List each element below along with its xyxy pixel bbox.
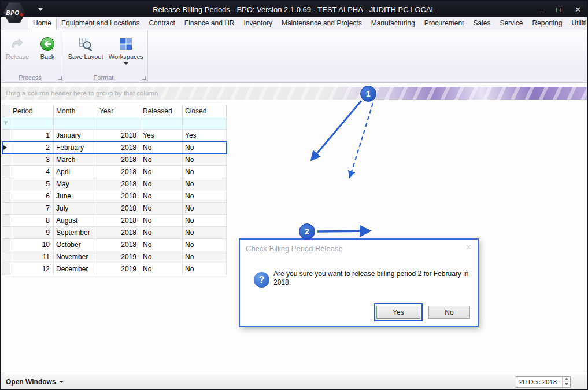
cell-period[interactable]: 3 bbox=[10, 154, 54, 166]
cell-released[interactable]: No bbox=[140, 239, 183, 251]
cell-closed[interactable]: No bbox=[183, 263, 227, 275]
cell-month[interactable]: November bbox=[54, 251, 97, 263]
tab-sales[interactable]: Sales bbox=[468, 17, 495, 30]
tab-home[interactable]: Home bbox=[28, 17, 57, 30]
cell-period[interactable]: 1 bbox=[10, 130, 54, 142]
cell-released[interactable]: No bbox=[140, 251, 183, 263]
cell-month[interactable]: January bbox=[54, 130, 97, 142]
grid-row-june[interactable]: 6June2018NoNo bbox=[2, 190, 227, 203]
cell-month[interactable]: July bbox=[54, 203, 97, 215]
tab-manufacturing[interactable]: Manufacturing bbox=[367, 17, 420, 30]
tab-utilities[interactable]: Utilities bbox=[567, 17, 588, 30]
grid-row-july[interactable]: 7July2018NoNo bbox=[2, 203, 227, 215]
cell-period[interactable]: 8 bbox=[10, 215, 54, 227]
cell-period[interactable]: 4 bbox=[10, 166, 54, 178]
close-icon[interactable]: ✕ bbox=[575, 5, 581, 14]
cell-year[interactable]: 2019 bbox=[97, 263, 140, 275]
cell-released[interactable]: No bbox=[140, 203, 183, 215]
group-dialog-launcher-icon[interactable] bbox=[142, 76, 146, 80]
cell-period[interactable]: 7 bbox=[10, 203, 54, 215]
yes-button[interactable]: Yes bbox=[376, 306, 420, 319]
cell-month[interactable]: September bbox=[54, 227, 97, 239]
spin-down-icon[interactable] bbox=[563, 381, 570, 387]
cell-released[interactable]: No bbox=[140, 178, 183, 190]
cell-month[interactable]: June bbox=[54, 190, 97, 203]
cell-released[interactable]: No bbox=[140, 166, 183, 178]
back-button[interactable]: Back bbox=[35, 34, 60, 60]
cell-year[interactable]: 2018 bbox=[97, 239, 140, 251]
cell-released[interactable]: No bbox=[140, 227, 183, 239]
tab-contract[interactable]: Contract bbox=[144, 17, 179, 30]
no-button[interactable]: No bbox=[428, 306, 470, 319]
tab-finance-and-hr[interactable]: Finance and HR bbox=[180, 17, 239, 30]
grid-row-december[interactable]: 12December2019NoNo bbox=[2, 263, 227, 275]
cell-year[interactable]: 2018 bbox=[97, 154, 140, 166]
cell-closed[interactable]: No bbox=[183, 166, 227, 178]
cell-period[interactable]: 6 bbox=[10, 190, 54, 203]
cell-year[interactable]: 2018 bbox=[97, 166, 140, 178]
filter-cell-month[interactable] bbox=[54, 117, 97, 130]
cell-year[interactable]: 2018 bbox=[97, 178, 140, 190]
cell-released[interactable]: Yes bbox=[140, 130, 183, 142]
filter-cell-year[interactable] bbox=[97, 117, 140, 130]
cell-year[interactable]: 2018 bbox=[97, 130, 140, 142]
column-header-year[interactable]: Year bbox=[97, 105, 140, 117]
cell-released[interactable]: No bbox=[140, 263, 183, 275]
maximize-icon[interactable]: □ bbox=[556, 5, 561, 14]
workspaces-button[interactable]: Workspaces bbox=[108, 34, 144, 65]
tab-reporting[interactable]: Reporting bbox=[527, 17, 567, 30]
cell-period[interactable]: 5 bbox=[10, 178, 54, 190]
cell-month[interactable]: December bbox=[54, 263, 97, 275]
cell-year[interactable]: 2018 bbox=[97, 227, 140, 239]
cell-released[interactable]: No bbox=[140, 154, 183, 166]
cell-closed[interactable]: No bbox=[183, 190, 227, 203]
cell-month[interactable]: October bbox=[54, 239, 97, 251]
filter-cell-period[interactable] bbox=[10, 117, 54, 130]
save-layout-button[interactable]: Save Layout bbox=[68, 34, 103, 65]
cell-year[interactable]: 2018 bbox=[97, 190, 140, 203]
cell-released[interactable]: No bbox=[140, 215, 183, 227]
group-by-panel[interactable]: Drag a column header here to group by th… bbox=[1, 87, 587, 100]
cell-month[interactable]: August bbox=[54, 215, 97, 227]
date-picker[interactable]: 20 Dec 2018 bbox=[516, 376, 571, 388]
cell-month[interactable]: February bbox=[54, 142, 97, 154]
quick-access-caret-icon[interactable] bbox=[38, 8, 43, 11]
group-dialog-launcher-icon[interactable] bbox=[58, 76, 62, 80]
cell-period[interactable]: 11 bbox=[10, 251, 54, 263]
filter-cell-released[interactable] bbox=[140, 117, 183, 130]
tab-equipment-and-locations[interactable]: Equipment and Locations bbox=[57, 17, 144, 30]
tab-maintenance-and-projects[interactable]: Maintenance and Projects bbox=[277, 17, 367, 30]
column-header-released[interactable]: Released bbox=[140, 105, 183, 117]
grid-row-april[interactable]: 4April2018NoNo bbox=[2, 166, 227, 178]
open-windows-button[interactable]: Open Windows bbox=[6, 378, 64, 386]
cell-closed[interactable]: No bbox=[183, 227, 227, 239]
cell-period[interactable]: 12 bbox=[10, 263, 54, 275]
cell-year[interactable]: 2018 bbox=[97, 142, 140, 154]
grid-row-october[interactable]: 10October2018NoNo bbox=[2, 239, 227, 251]
cell-closed[interactable]: No bbox=[183, 142, 227, 154]
grid-row-february[interactable]: 2February2018NoNo bbox=[2, 142, 227, 154]
tab-inventory[interactable]: Inventory bbox=[239, 17, 277, 30]
tab-service[interactable]: Service bbox=[495, 17, 527, 30]
spin-up-icon[interactable] bbox=[563, 377, 570, 382]
filter-cell-closed[interactable] bbox=[183, 117, 227, 130]
cell-period[interactable]: 9 bbox=[10, 227, 54, 239]
dialog-close-icon[interactable]: ✕ bbox=[465, 243, 472, 252]
column-header-closed[interactable]: Closed bbox=[183, 105, 227, 117]
minimize-icon[interactable]: – bbox=[538, 5, 542, 14]
cell-period[interactable]: 2 bbox=[10, 142, 54, 154]
cell-released[interactable]: No bbox=[140, 142, 183, 154]
cell-closed[interactable]: No bbox=[183, 154, 227, 166]
cell-month[interactable]: April bbox=[54, 166, 97, 178]
cell-closed[interactable]: Yes bbox=[183, 130, 227, 142]
grid-row-november[interactable]: 11November2019NoNo bbox=[2, 251, 227, 263]
cell-month[interactable]: March bbox=[54, 154, 97, 166]
cell-closed[interactable]: No bbox=[183, 239, 227, 251]
cell-closed[interactable]: No bbox=[183, 251, 227, 263]
column-header-month[interactable]: Month bbox=[54, 105, 97, 117]
release-button[interactable]: Release bbox=[5, 34, 30, 60]
cell-closed[interactable]: No bbox=[183, 203, 227, 215]
column-header-period[interactable]: Period bbox=[10, 105, 54, 117]
cell-period[interactable]: 10 bbox=[10, 239, 54, 251]
cell-month[interactable]: May bbox=[54, 178, 97, 190]
